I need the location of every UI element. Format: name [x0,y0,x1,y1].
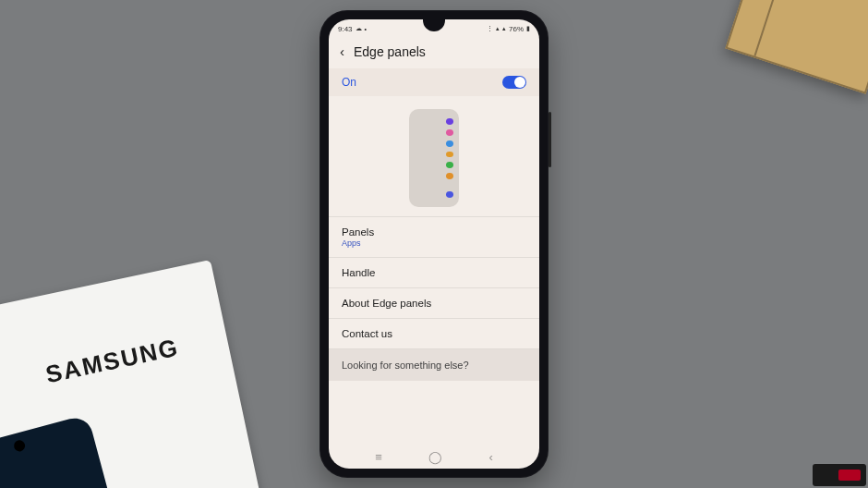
preview-dot [446,118,453,125]
row-subtitle: Apps [342,238,526,248]
master-toggle-row[interactable]: On [329,68,539,96]
back-icon[interactable]: ‹ [340,43,344,59]
preview-dot [446,140,453,147]
preview-dot [446,152,453,158]
wood-block-prop [725,0,868,94]
phone-screen: 9:43 ☁ • ⋮ ▴ ▴ 76% ▮ ‹ Edge panels On [329,19,539,469]
product-box: SAMSUNG [0,260,264,488]
battery-icon: ▮ [526,25,530,32]
nav-bar: ≡ ◯ ‹ [329,445,539,469]
settings-list: Panels Apps Handle About Edge panels Con… [329,216,539,349]
panel-preview-area [329,96,539,216]
phone-body: 9:43 ☁ • ⋮ ▴ ▴ 76% ▮ ‹ Edge panels On [319,10,549,478]
toggle-switch[interactable] [502,76,526,89]
row-panels[interactable]: Panels Apps [329,217,539,258]
preview-dot [446,162,453,168]
row-title: Panels [342,226,526,238]
preview-dot [446,173,453,179]
row-about[interactable]: About Edge panels [329,288,539,319]
wifi-icon: ⋮ [487,25,493,32]
more-icon: • [365,26,367,32]
preview-dot [446,191,453,198]
row-title: Contact us [342,328,526,339]
footer-suggestion[interactable]: Looking for something else? [329,349,539,381]
nav-back-icon[interactable]: ‹ [488,450,492,464]
brand-logo-text: SAMSUNG [43,333,182,389]
page-title: Edge panels [354,44,426,59]
signal-icon: ▴ [496,25,500,32]
row-handle[interactable]: Handle [329,258,539,288]
corner-object [813,464,866,486]
cloud-icon: ☁ [356,25,362,32]
signal2-icon: ▴ [502,25,506,32]
nav-home-icon[interactable]: ◯ [428,450,442,464]
footer-text: Looking for something else? [342,360,469,371]
row-title: About Edge panels [342,298,526,309]
nav-recents-icon[interactable]: ≡ [375,450,382,464]
row-contact[interactable]: Contact us [329,319,539,349]
page-header: ‹ Edge panels [329,36,539,68]
power-button [549,112,551,167]
box-phone-image [0,414,130,488]
edge-panel-preview [409,109,459,207]
toggle-label: On [342,76,356,89]
battery-text: 76% [509,25,524,33]
status-time: 9:43 [338,25,353,33]
preview-dot [446,129,453,136]
row-title: Handle [342,267,526,278]
